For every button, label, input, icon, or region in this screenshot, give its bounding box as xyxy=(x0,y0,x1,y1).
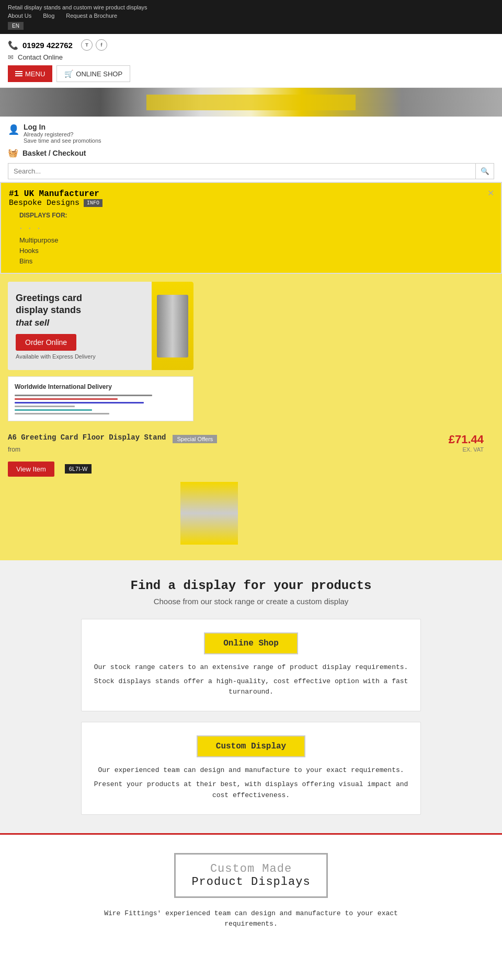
menu-button[interactable]: MENU xyxy=(8,65,52,82)
displays-for: DISPLAYS FOR: xyxy=(19,212,493,219)
basket-row: 🧺 Basket / Checkout xyxy=(8,148,494,158)
product-card: A6 Greeting Card Floor Display Stand Spe… xyxy=(8,428,494,552)
custom-made-section: Custom Made Product Displays Wire Fittin… xyxy=(0,833,502,949)
user-section: 👤 Log In Already registered? Save time a… xyxy=(0,117,502,182)
gc-stand-visual xyxy=(157,295,188,358)
envelope-icon: ✉ xyxy=(8,53,14,61)
display-item-multipurpose[interactable]: Multipurpose xyxy=(19,236,493,244)
basket-icon: 🧺 xyxy=(8,148,18,158)
blog-link[interactable]: Blog xyxy=(43,13,54,19)
online-shop-card-center: Online Shop xyxy=(92,632,410,662)
display-item-hooks[interactable]: Hooks xyxy=(19,247,493,255)
search-input[interactable] xyxy=(8,163,476,179)
greeting-card-banner: Greetings card display stands that sell … xyxy=(8,282,193,370)
top-bar: Retail display stands and custom wire pr… xyxy=(0,0,502,34)
delivery-line-3 xyxy=(15,402,144,403)
gc-title: Greetings card display stands that sell xyxy=(16,292,144,329)
search-row: 🔍 xyxy=(8,163,494,179)
product-actions: View Item 6L7I-W xyxy=(8,459,494,479)
find-subtitle: Choose from our stock range or create a … xyxy=(10,597,492,606)
phone-number: 01929 422762 xyxy=(22,41,73,50)
online-shop-desc2: Stock displays stands offer a high-quali… xyxy=(92,676,410,698)
user-icon: 👤 xyxy=(8,124,19,135)
brochure-link[interactable]: Request a Brochure xyxy=(66,13,117,19)
product-image xyxy=(8,479,494,547)
view-item-button[interactable]: View Item xyxy=(8,462,54,477)
delivery-line-1 xyxy=(15,395,152,396)
tagline: Retail display stands and custom wire pr… xyxy=(8,4,147,10)
promo-wrapper: #1 UK Manufacturer Bespoke Designs INFO … xyxy=(0,182,502,274)
search-icon: 🔍 xyxy=(481,167,489,175)
custom-display-card-center: Custom Display xyxy=(92,735,410,765)
online-shop-desc1: Our stock range caters to an extensive r… xyxy=(92,662,410,673)
promo-subtitle: Bespoke Designs INFO xyxy=(9,199,493,207)
custom-display-desc2: Present your products at their best, wit… xyxy=(92,779,410,801)
special-badge: Special Offers xyxy=(173,435,217,443)
find-title: Find a display for your products xyxy=(10,579,492,593)
top-links: Retail display stands and custom wire pr… xyxy=(8,4,494,10)
product-info: A6 Greeting Card Floor Display Stand Spe… xyxy=(8,433,449,455)
delivery-banner: Worldwide International Delivery xyxy=(8,376,193,421)
gc-italic: that sell xyxy=(16,318,49,328)
banner-inner xyxy=(146,95,356,110)
gc-left: Greetings card display stands that sell … xyxy=(8,282,152,370)
gc-right xyxy=(152,282,193,370)
hamburger-icon xyxy=(15,71,22,76)
online-shop-option-button[interactable]: Online Shop xyxy=(204,632,298,654)
product-from: from xyxy=(8,446,449,453)
gc-order-button[interactable]: Order Online xyxy=(16,334,76,351)
login-label[interactable]: Log In xyxy=(24,123,101,131)
delivery-line-4 xyxy=(15,406,75,407)
close-button[interactable]: ✕ xyxy=(487,188,494,198)
product-image-inner xyxy=(180,482,238,545)
product-ex-vat: EX. VAT xyxy=(449,446,484,453)
phone-row: 📞 01929 422762 T f xyxy=(8,39,494,51)
custom-made-line1: Custom Made xyxy=(191,862,310,875)
banner xyxy=(0,88,502,117)
delivery-lines xyxy=(15,395,187,414)
yellow-bg-area: Greetings card display stands that sell … xyxy=(0,274,502,560)
delivery-line-5 xyxy=(15,409,92,411)
cart-icon: 🛒 xyxy=(64,70,73,78)
find-section: Find a display for your products Choose … xyxy=(0,560,502,833)
online-shop-button[interactable]: 🛒 ONLINE SHOP xyxy=(56,65,130,82)
login-sub2: Save time and see promotions xyxy=(24,137,101,144)
lang-button[interactable]: EN xyxy=(8,22,24,30)
promo-title: #1 UK Manufacturer xyxy=(9,189,493,199)
twitter-icon[interactable]: T xyxy=(81,39,93,51)
contact-row: ✉ Contact Online xyxy=(8,53,494,61)
product-name: A6 Greeting Card Floor Display Stand xyxy=(8,433,166,443)
delivery-line-2 xyxy=(15,398,118,400)
login-sub1: Already registered? xyxy=(24,131,101,137)
custom-display-desc1: Our experienced team can design and manu… xyxy=(92,765,410,776)
display-items: Multipurpose Hooks Bins xyxy=(19,236,493,265)
custom-display-card: Custom Display Our experienced team can … xyxy=(81,722,421,814)
info-badge[interactable]: INFO xyxy=(84,199,102,207)
search-button[interactable]: 🔍 xyxy=(476,163,494,179)
delivery-line-6 xyxy=(15,413,109,414)
gc-delivery: Available with Express Delivery xyxy=(16,353,144,360)
promo-section: #1 UK Manufacturer Bespoke Designs INFO … xyxy=(0,182,502,274)
about-us-link[interactable]: About Us xyxy=(8,13,31,19)
online-shop-card: Online Shop Our stock range caters to an… xyxy=(81,619,421,711)
product-image-bg xyxy=(238,482,322,545)
product-price-area: £71.44 EX. VAT xyxy=(449,433,494,453)
custom-made-title-box: Custom Made Product Displays xyxy=(174,853,327,898)
custom-made-line2: Product Displays xyxy=(191,875,310,889)
header: 📞 01929 422762 T f ✉ Contact Online MENU… xyxy=(0,34,502,88)
facebook-icon[interactable]: f xyxy=(96,39,107,51)
custom-display-option-button[interactable]: Custom Display xyxy=(197,735,305,757)
delivery-title: Worldwide International Delivery xyxy=(15,383,187,390)
social-icons: T f xyxy=(81,39,107,51)
option-cards: Online Shop Our stock range caters to an… xyxy=(81,619,421,815)
login-row: 👤 Log In Already registered? Save time a… xyxy=(8,123,494,144)
basket-label[interactable]: Basket / Checkout xyxy=(22,149,86,157)
nav-buttons: MENU 🛒 ONLINE SHOP xyxy=(8,65,494,82)
login-info: Log In Already registered? Save time and… xyxy=(24,123,101,144)
display-item-bins[interactable]: Bins xyxy=(19,257,493,265)
product-price: £71.44 xyxy=(449,433,484,446)
phone-icon: 📞 xyxy=(8,40,18,50)
contact-online-link[interactable]: Contact Online xyxy=(18,53,63,61)
product-code: 6L7I-W xyxy=(65,464,92,474)
custom-made-desc: Wire Fittings' experienced team can desi… xyxy=(94,908,408,930)
